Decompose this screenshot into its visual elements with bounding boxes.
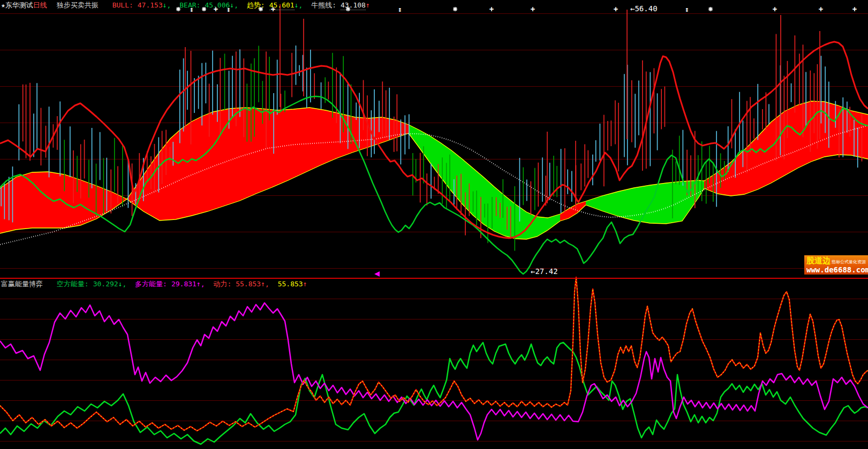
bear-label: BEAR:	[179, 1, 200, 10]
long-energy-label: 多方能量:	[135, 280, 167, 288]
trend-arrow-down-icon: ↓,	[295, 1, 303, 10]
bull-value: 47.153	[138, 1, 163, 10]
short-energy-value: 30.292	[93, 280, 118, 288]
stock-name[interactable]: ★东华测试	[1, 1, 33, 10]
bear-value: 45.006	[205, 1, 230, 10]
power-arrow-up-icon: ↑,	[261, 280, 269, 288]
main-panel-header: ★东华测试日线独步买卖共振 BULL:47.153↓, BEAR:45.006↓…	[1, 1, 370, 10]
period-label[interactable]: 日线	[33, 1, 47, 10]
price-annotation: ←27.42	[531, 267, 558, 276]
plus-signal-icon: +	[614, 5, 618, 13]
plus-signal-icon: +	[489, 5, 494, 13]
price-annotation: ←56.40	[630, 4, 658, 13]
long-energy-arrow-up-icon: ↑,	[197, 280, 205, 288]
star-signal-icon	[708, 7, 713, 11]
watermark-url: www.de6688.com	[806, 265, 868, 274]
watermark-brand: 股道边	[806, 256, 831, 265]
short-energy-arrow-down-icon: ↓,	[118, 280, 127, 288]
power-label: 动力:	[213, 280, 231, 288]
bullbear-line-label: 牛熊线:	[311, 1, 336, 10]
price-and-energy-chart[interactable]: ↕↕↕↕++++++++←56.40←27.42	[0, 0, 868, 449]
star-signal-icon	[453, 7, 457, 11]
watermark-ad: 股道边 指标公式量化资源 www.de6688.com	[804, 255, 868, 275]
short-energy-label: 空方能量:	[57, 280, 89, 288]
energy-panel-header: 富赢能量博弈 空方能量:30.292↓, 多方能量:29.831↑, 动力:55…	[1, 280, 307, 288]
bullbear-line-value: 43.108	[341, 1, 366, 10]
bullbear-arrow-up-icon: ↑	[366, 1, 370, 10]
panel-separator[interactable]	[0, 278, 868, 279]
plus-signal-icon: +	[531, 5, 535, 13]
power-value: 55.853	[236, 280, 261, 288]
trading-app-window: ↕↕↕↕++++++++←56.40←27.42 ★东华测试日线独步买卖共振 B…	[0, 0, 868, 449]
trend-value: 45.601	[269, 1, 295, 10]
bull-arrow-down-icon: ↓,	[163, 1, 171, 10]
updown-arrow-signal-icon: ↕	[398, 5, 402, 13]
plus-signal-icon: +	[819, 5, 823, 13]
watermark-tagline: 指标公式量化资源	[832, 259, 866, 265]
bear-arrow-down-icon: ↓,	[230, 1, 238, 10]
power2-arrow-up-icon: ↑	[303, 280, 307, 288]
plus-signal-icon: +	[852, 5, 857, 13]
bull-label: BULL:	[112, 1, 133, 10]
indicator-title[interactable]: 富赢能量博弈	[1, 280, 43, 288]
power2-value: 55.853	[278, 280, 303, 288]
updown-arrow-signal-icon: ↕	[685, 5, 689, 13]
plus-signal-icon: +	[773, 5, 777, 13]
long-energy-value: 29.831	[171, 280, 197, 288]
trend-label: 趋势:	[247, 1, 265, 10]
strategy-name: 独步买卖共振	[57, 1, 99, 10]
